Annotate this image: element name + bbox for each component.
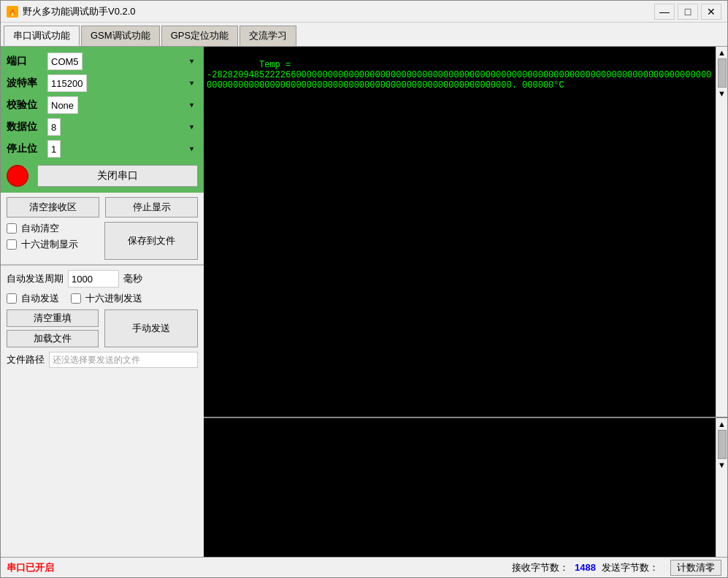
receive-action-row: 清空接收区 停止显示 xyxy=(7,197,198,217)
clear-reset-button[interactable]: 清空重填 xyxy=(7,309,99,327)
auto-clear-label: 自动清空 xyxy=(21,222,59,235)
right-column: Temp = -28282094852222660000000000000000… xyxy=(204,47,727,557)
port-settings-section: 端口 COM5 波特率 115200 xyxy=(1,47,204,193)
maximize-button[interactable]: □ xyxy=(678,4,698,20)
auto-send-label: 自动发送 xyxy=(21,292,59,305)
close-button[interactable]: ✕ xyxy=(701,4,721,20)
baud-row: 波特率 115200 xyxy=(7,74,198,92)
receive-label: 接收字节数： xyxy=(512,561,569,574)
receive-terminal: Temp = -28282094852222660000000000000000… xyxy=(204,47,716,417)
file-path-row: 文件路径 还没选择要发送的文件 xyxy=(7,352,198,368)
tab-serial[interactable]: 串口调试功能 xyxy=(4,26,80,46)
send-scroll-thumb[interactable] xyxy=(718,430,727,459)
receive-controls-section: 清空接收区 停止显示 自动清空 十六进制显示 保存到文件 xyxy=(1,193,204,264)
tab-bar: 串口调试功能 GSM调试功能 GPS定位功能 交流学习 xyxy=(1,23,727,46)
send-scroll-down-btn[interactable]: ▼ xyxy=(718,461,726,469)
scroll-up-btn[interactable]: ▲ xyxy=(718,48,726,57)
title-bar: 🔥 野火多功能调试助手V0.2.0 — □ ✕ xyxy=(1,1,727,23)
parity-label: 校验位 xyxy=(7,99,42,112)
baud-label: 波特率 xyxy=(7,77,42,90)
hex-send-checkbox[interactable] xyxy=(71,293,81,304)
hex-display-checkbox[interactable] xyxy=(7,239,17,250)
databits-row: 数据位 8 xyxy=(7,118,198,136)
save-row: 自动清空 十六进制显示 保存到文件 xyxy=(7,222,198,260)
status-right: 接收字节数： 1488 发送字节数： 计数清零 xyxy=(512,560,721,576)
port-select[interactable]: COM5 xyxy=(47,53,83,70)
send-actions: 清空重填 加载文件 手动发送 xyxy=(7,309,198,347)
load-file-button[interactable]: 加载文件 xyxy=(7,330,99,347)
baud-select[interactable]: 115200 xyxy=(47,74,87,92)
period-row: 自动发送周期 1000 毫秒 xyxy=(7,270,198,288)
receive-terminal-wrapper: Temp = -28282094852222660000000000000000… xyxy=(204,47,727,418)
send-terminal-wrapper: ▲ ▼ xyxy=(204,418,727,557)
send-section: 自动发送周期 1000 毫秒 自动发送 十六进制发送 xyxy=(1,264,204,372)
stopbits-label: 停止位 xyxy=(7,142,42,155)
stopbits-select[interactable]: 1 xyxy=(47,140,61,158)
baud-select-wrapper: 115200 xyxy=(47,74,198,92)
checkboxes-col: 自动清空 十六进制显示 xyxy=(7,222,99,260)
parity-select[interactable]: None xyxy=(47,96,78,114)
databits-select-wrapper: 8 xyxy=(47,118,198,136)
databits-label: 数据位 xyxy=(7,120,42,134)
parity-row: 校验位 None xyxy=(7,96,198,114)
port-select-wrapper: COM5 xyxy=(47,53,198,70)
content-area: 端口 COM5 波特率 115200 xyxy=(1,46,727,557)
hex-display-label: 十六进制显示 xyxy=(21,238,78,251)
stopbits-select-wrapper: 1 xyxy=(47,140,198,158)
scroll-thumb[interactable] xyxy=(718,58,727,88)
window-title: 野火多功能调试助手V0.2.0 xyxy=(23,5,136,18)
period-unit: 毫秒 xyxy=(123,272,142,285)
status-bar: 串口已开启 接收字节数： 1488 发送字节数： 计数清零 xyxy=(1,557,727,577)
send-scrollbar[interactable]: ▲ ▼ xyxy=(716,418,727,557)
send-label: 发送字节数： xyxy=(602,561,659,574)
title-bar-controls: — □ ✕ xyxy=(654,4,721,20)
port-row: 端口 COM5 xyxy=(7,53,198,70)
period-input[interactable]: 1000 xyxy=(68,270,119,288)
receive-count: 1488 xyxy=(575,562,596,573)
open-close-row: 关闭串口 xyxy=(7,165,198,187)
main-window: 🔥 野火多功能调试助手V0.2.0 — □ ✕ 串口调试功能 GSM调试功能 G… xyxy=(0,0,728,578)
stop-display-button[interactable]: 停止显示 xyxy=(105,197,198,217)
title-bar-left: 🔥 野火多功能调试助手V0.2.0 xyxy=(7,5,136,18)
tab-learning[interactable]: 交流学习 xyxy=(240,26,296,46)
file-path-display: 还没选择要发送的文件 xyxy=(49,352,198,368)
auto-send-checkbox[interactable] xyxy=(7,293,17,304)
connection-status-indicator xyxy=(7,165,28,187)
reset-count-button[interactable]: 计数清零 xyxy=(670,560,721,576)
period-label: 自动发送周期 xyxy=(7,272,64,285)
hex-display-row: 十六进制显示 xyxy=(7,238,99,251)
parity-select-wrapper: None xyxy=(47,96,198,114)
port-status: 串口已开启 xyxy=(7,561,54,574)
file-path-label: 文件路径 xyxy=(7,353,45,366)
hex-send-label: 十六进制发送 xyxy=(85,292,142,305)
receive-scrollbar[interactable]: ▲ ▼ xyxy=(716,47,727,417)
minimize-button[interactable]: — xyxy=(654,4,675,20)
send-checkboxes: 自动发送 十六进制发送 xyxy=(7,292,198,305)
send-scroll-up-btn[interactable]: ▲ xyxy=(718,420,726,428)
auto-clear-checkbox[interactable] xyxy=(7,223,17,234)
scroll-down-btn[interactable]: ▼ xyxy=(718,89,726,98)
open-close-button[interactable]: 关闭串口 xyxy=(37,165,198,187)
port-label: 端口 xyxy=(7,55,42,68)
manual-send-button[interactable]: 手动发送 xyxy=(104,309,198,347)
hex-send-row: 十六进制发送 xyxy=(71,292,142,305)
send-left-btns: 清空重填 加载文件 xyxy=(7,309,99,347)
stopbits-row: 停止位 1 xyxy=(7,140,198,158)
svg-text:🔥: 🔥 xyxy=(9,9,16,16)
save-to-file-button[interactable]: 保存到文件 xyxy=(104,222,198,260)
left-column: 端口 COM5 波特率 115200 xyxy=(1,47,204,557)
auto-clear-row: 自动清空 xyxy=(7,222,99,235)
app-icon: 🔥 xyxy=(7,6,18,18)
clear-receive-button[interactable]: 清空接收区 xyxy=(7,197,99,217)
databits-select[interactable]: 8 xyxy=(47,118,61,136)
send-terminal[interactable] xyxy=(204,418,716,557)
tab-gps[interactable]: GPS定位功能 xyxy=(161,26,238,46)
tab-gsm[interactable]: GSM调试功能 xyxy=(81,26,160,46)
auto-send-row: 自动发送 xyxy=(7,292,59,305)
